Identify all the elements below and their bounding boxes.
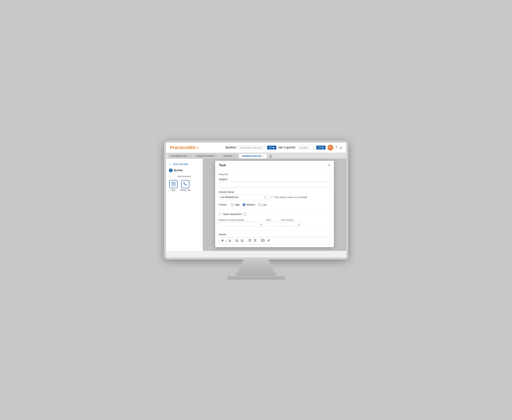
dialog-title: Task	[219, 163, 226, 167]
subject-group: Subject*	[219, 178, 330, 187]
make-dependent-row: Make dependent i	[219, 213, 330, 216]
timeframe-label: Time Frame*	[281, 219, 302, 221]
search-input[interactable]	[238, 146, 265, 150]
monitor-stand	[236, 259, 277, 276]
priority-row: Priority: High Medium	[219, 203, 330, 206]
tab-crm-activities-label: CRM ACTIVITIES	[196, 155, 214, 157]
sidebar-section-plus-icon[interactable]: +	[169, 169, 173, 172]
activity-owner-label: Activity Owner	[219, 191, 330, 194]
activity-owner-group: Activity Owner Pat Middlebrook ▼	[219, 191, 330, 200]
task-dialog: Task × Required* Subject*	[215, 161, 334, 247]
priority-radio-group: High Medium Low	[231, 203, 266, 206]
subject-label: Subject*	[219, 178, 330, 181]
svg-point-8	[236, 239, 236, 240]
print-icon[interactable]: 🖨	[339, 146, 342, 149]
tabs-bar: HOUSEHOLDS × CRM ACTIVITIES × PEOPLE × A…	[166, 153, 346, 159]
outdent-button[interactable]	[253, 239, 257, 243]
due-input[interactable]	[266, 222, 279, 227]
header-right: SEARCH: GO ▶ GET A QUOTE: GO ▶ 🧠 ? 🖨	[225, 145, 342, 150]
svg-point-10	[236, 240, 236, 241]
logo-text: Practice360	[170, 145, 195, 150]
sidebar-section-label: Workflo	[174, 169, 183, 172]
svg-point-12	[236, 241, 236, 241]
monitor: Practice360°® SEARCH: GO ▶ GET A QUOTE: …	[164, 141, 348, 279]
timeframe-select[interactable]	[281, 222, 302, 227]
activity-owner-select-wrapper: Pat Middlebrook ▼	[219, 194, 268, 200]
priority-medium-radio[interactable]	[243, 203, 245, 206]
svg-rect-7	[173, 182, 174, 183]
due-label: Due*	[266, 219, 279, 221]
priority-high-radio[interactable]	[231, 203, 234, 206]
image-button[interactable]	[261, 239, 265, 243]
app-wrapper: Practice360°® SEARCH: GO ▶ GET A QUOTE: …	[166, 143, 346, 257]
owner-only-checkbox[interactable]	[270, 196, 273, 199]
dialog-backdrop: Task × Required* Subject*	[203, 159, 346, 251]
sidebar-items: Task Phone Call	[166, 178, 203, 193]
brain-icon[interactable]: 🧠	[327, 145, 333, 150]
relative-row: Relative to Client Review* ▼	[219, 219, 330, 227]
make-dependent-checkbox[interactable]	[219, 213, 222, 216]
dialog-body[interactable]: Required* Subject* Activity Owner	[215, 170, 334, 247]
monitor-screen: Practice360°® SEARCH: GO ▶ GET A QUOTE: …	[164, 141, 348, 259]
tab-administration[interactable]: ADMINISTRATION ×	[239, 154, 267, 158]
header: Practice360°® SEARCH: GO ▶ GET A QUOTE: …	[166, 143, 346, 153]
owner-checkbox-row: Only activity owner can view/edit	[270, 196, 307, 199]
sidebar-item-task[interactable]: Task	[169, 180, 178, 191]
quote-input[interactable]	[298, 146, 314, 150]
underline-button[interactable]: U	[229, 239, 231, 242]
priority-low-option[interactable]: Low	[258, 203, 267, 206]
priority-high-option[interactable]: High	[231, 203, 240, 206]
link-button[interactable]	[266, 239, 271, 243]
tab-administration-label: ADMINISTRATION	[242, 155, 261, 157]
relative-group: Relative to Client Review* ▼	[219, 219, 264, 227]
search-go-button[interactable]: GO ▶	[267, 146, 276, 150]
editor-toolbar: B I U	[219, 237, 330, 244]
logo: Practice360°®	[170, 145, 198, 150]
tab-add-button[interactable]: ⊕	[268, 154, 273, 158]
sidebar-section-title: + Workflo	[166, 167, 203, 173]
relative-select-wrapper: ▼	[219, 222, 264, 227]
timeframe-select-wrapper: ▼	[281, 222, 302, 227]
priority-medium-option[interactable]: Medium	[243, 203, 255, 206]
info-icon[interactable]: i	[243, 213, 246, 216]
tab-people-label: PEOPLE	[223, 155, 233, 157]
details-section: Details B I U	[219, 233, 330, 244]
priority-low-radio[interactable]	[258, 203, 261, 206]
relative-label: Relative to Client Review*	[219, 219, 264, 221]
relative-select[interactable]	[219, 222, 264, 227]
sidebar-back-button[interactable]: ← New Workflo	[166, 161, 203, 167]
timeframe-group: Time Frame* ▼	[281, 219, 302, 227]
due-group: Due*	[266, 219, 279, 227]
sidebar-item-phone-call[interactable]: Phone Call	[180, 180, 190, 191]
tab-people[interactable]: PEOPLE ×	[221, 154, 238, 158]
toolbar-sep-1	[233, 239, 233, 242]
required-note: Required*	[219, 173, 330, 175]
toolbar-sep-3	[259, 239, 259, 242]
ordered-list-button[interactable]: 1. 2. 3.	[240, 239, 244, 243]
task-label: Task	[171, 189, 175, 191]
back-arrow-icon: ←	[169, 162, 172, 166]
tab-households-label: HOUSEHOLDS	[171, 155, 187, 157]
tab-households[interactable]: HOUSEHOLDS ×	[168, 154, 193, 158]
italic-button[interactable]: I	[225, 239, 227, 242]
help-icon[interactable]: ?	[335, 146, 337, 150]
phone-call-icon	[181, 180, 189, 188]
unordered-list-button[interactable]	[235, 239, 239, 243]
quote-go-button[interactable]: GO ▶	[316, 146, 325, 150]
subject-input[interactable]	[219, 182, 330, 187]
monitor-base	[227, 276, 285, 279]
bold-button[interactable]: B	[221, 239, 224, 242]
task-icon	[169, 180, 178, 188]
tab-crm-activities[interactable]: CRM ACTIVITIES ×	[193, 154, 219, 158]
tab-people-close[interactable]: ×	[234, 155, 235, 157]
tab-crm-activities-close[interactable]: ×	[215, 155, 217, 157]
content-area: ← New Workflo + Workflo Add Activities	[166, 159, 346, 251]
activity-owner-select[interactable]: Pat Middlebrook	[219, 194, 268, 200]
tab-households-close[interactable]: ×	[188, 155, 189, 157]
dialog-close-button[interactable]: ×	[328, 163, 330, 167]
owner-only-label: Only activity owner can view/edit	[275, 196, 307, 198]
phone-call-label: Phone Call	[180, 189, 190, 191]
make-dependent-label: Make dependent	[223, 213, 242, 216]
tab-administration-close[interactable]: ×	[262, 155, 264, 157]
indent-button[interactable]	[248, 239, 252, 243]
